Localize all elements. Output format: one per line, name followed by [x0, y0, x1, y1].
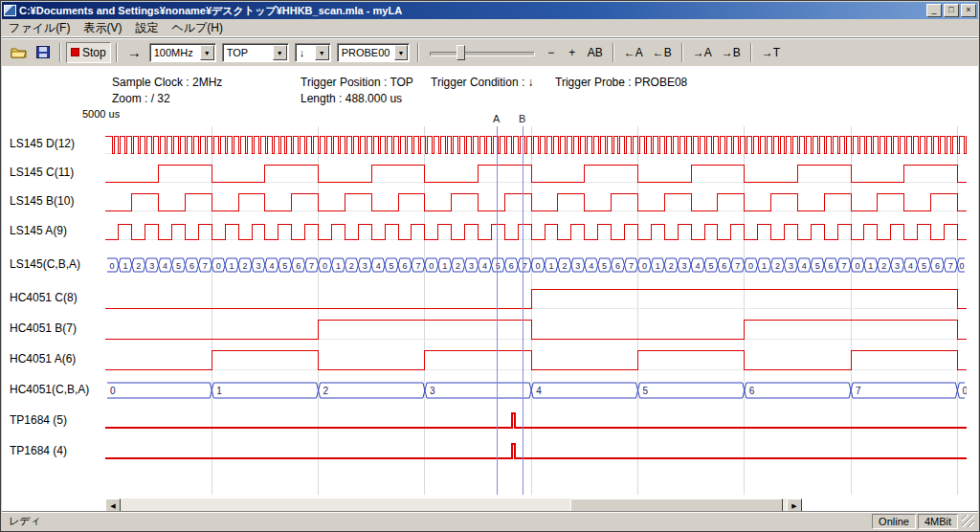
minimize-button[interactable]: _ [926, 4, 942, 17]
window-title: C:¥Documents and Settings¥noname¥デスクトップ¥… [19, 4, 926, 18]
channel-label: LS145 D(12) [10, 137, 75, 150]
bus-value: 3 [682, 261, 687, 271]
zoom-slider[interactable] [430, 43, 535, 62]
save-button[interactable] [32, 42, 55, 63]
channel-label: LS145 C(11) [10, 166, 74, 179]
zoom-text: Zoom : / 32 [112, 92, 170, 105]
trigger-position-select[interactable]: TOP ▼ [222, 43, 289, 62]
bus-value: 5 [282, 261, 287, 271]
trigger-condition-text: Trigger Condition : ↓ [431, 76, 534, 89]
bus-value: 7 [841, 261, 846, 271]
bus-value: 0 [962, 386, 967, 396]
bus-value: 6 [829, 261, 834, 271]
toolbar: Stop → 100MHz ▼ TOP ▼ ↓ ▼ PROBE00 ▼ − + … [2, 37, 978, 66]
chevron-down-icon[interactable]: ▼ [315, 45, 329, 60]
bus-value: 2 [456, 261, 460, 271]
bus-value: 5 [922, 261, 926, 271]
bus-value: 1 [656, 261, 660, 271]
zoom-out-button[interactable]: − [541, 42, 562, 63]
bus-value: 1 [216, 386, 222, 396]
bus-value: 6 [722, 261, 726, 271]
scroll-left-button[interactable]: ◀ [105, 499, 121, 511]
trigger-edge-select[interactable]: ↓ ▼ [295, 43, 331, 62]
toolbar-separator [750, 43, 752, 62]
bus-value: 2 [562, 261, 567, 271]
bus-value: 7 [629, 261, 634, 271]
open-button[interactable] [6, 42, 32, 63]
trigger-position-text: Trigger Position : TOP [301, 76, 413, 89]
bus-value: 4 [536, 386, 542, 396]
clock-select-value: 100MHz [150, 47, 199, 58]
bus-value: 0 [323, 261, 327, 271]
scroll-right-button[interactable]: ▶ [787, 499, 802, 511]
bus-value: 5 [643, 386, 649, 396]
bus-value: 5 [176, 261, 181, 271]
bus-value: 0 [748, 261, 753, 271]
sample-clock-text: Sample Clock : 2MHz [112, 76, 222, 89]
channel-label: HC4051(C,B,A) [10, 383, 89, 396]
waveform-workspace: Sample Clock : 2MHz Trigger Position : T… [2, 66, 978, 511]
bus-value: 5 [390, 261, 394, 271]
resize-grip[interactable] [962, 515, 974, 527]
bus-value: 6 [189, 261, 194, 271]
title-bar[interactable]: C:¥Documents and Settings¥noname¥デスクトップ¥… [2, 2, 978, 19]
bus-value: 0 [642, 261, 647, 271]
marker-label-A[interactable]: A [493, 113, 500, 124]
bus-value: 2 [881, 261, 886, 271]
bus-value: 3 [789, 261, 793, 271]
bus-value: 4 [376, 261, 381, 271]
ab-button[interactable]: AB [583, 42, 608, 63]
bus-value: 7 [735, 261, 740, 271]
trigger-probe-select[interactable]: PROBE00 ▼ [337, 43, 410, 62]
waveform-LS145 B(10) [105, 193, 967, 211]
chevron-down-icon[interactable]: ▼ [273, 45, 287, 60]
bus-value: 4 [589, 261, 593, 271]
menu-help[interactable]: ヘルプ(H) [165, 18, 230, 38]
zoom-slider-handle[interactable] [457, 45, 465, 60]
waveform-HC4051 B(7) [105, 320, 967, 339]
goto-b-right-button[interactable]: →B [717, 42, 746, 63]
bus-value: 3 [575, 261, 580, 271]
trigger-probe-text: Trigger Probe : PROBE08 [555, 76, 687, 89]
bus-value: 2 [136, 261, 141, 271]
goto-b-left-button[interactable]: ←B [648, 42, 677, 63]
menu-bar: ファイル(F) 表示(V) 設定 ヘルプ(H) [2, 19, 978, 37]
bus-value: 2 [669, 261, 674, 271]
bus-value: 7 [203, 261, 208, 271]
clock-select[interactable]: 100MHz ▼ [149, 43, 216, 62]
bus-value: 0 [110, 386, 116, 396]
run-button[interactable]: → [122, 42, 146, 63]
scrollbar-thumb[interactable] [570, 499, 783, 511]
bus-value: 1 [868, 261, 873, 271]
trigger-position-value: TOP [223, 47, 272, 58]
waveform-plot[interactable]: 0123456701234567012345670123456701234567… [105, 126, 967, 495]
app-icon [4, 5, 16, 16]
toolbar-separator [116, 43, 118, 62]
goto-a-right-button[interactable]: →A [688, 42, 717, 63]
toolbar-separator [681, 43, 683, 62]
menu-view[interactable]: 表示(V) [77, 18, 128, 38]
scrollbar-track[interactable] [121, 499, 787, 511]
stop-label: Stop [82, 46, 106, 59]
horizontal-scrollbar[interactable]: ◀ ▶ [105, 499, 802, 511]
maximize-button[interactable]: □ [944, 4, 959, 17]
toolbar-separator [417, 43, 419, 62]
stop-button[interactable]: Stop [66, 42, 111, 63]
close-button[interactable]: × [961, 4, 976, 17]
bus-value: 1 [122, 261, 127, 271]
bus-value: 4 [269, 261, 274, 271]
waveform-LS145 A(9) [105, 224, 967, 239]
chevron-down-icon[interactable]: ▼ [394, 45, 407, 60]
waveform-LS145 D(12) [105, 136, 967, 153]
run-arrow-icon: → [127, 44, 142, 60]
menu-file[interactable]: ファイル(F) [2, 18, 77, 38]
bus-value: 2 [323, 386, 329, 396]
goto-trigger-button[interactable]: →T [757, 42, 785, 63]
zoom-in-button[interactable]: + [562, 42, 583, 63]
goto-a-left-button[interactable]: ←A [619, 42, 648, 63]
marker-label-B[interactable]: B [519, 113, 525, 124]
bus-value: 3 [149, 261, 154, 271]
menu-settings[interactable]: 設定 [128, 18, 165, 38]
bus-value: 5 [708, 261, 713, 271]
chevron-down-icon[interactable]: ▼ [200, 45, 214, 60]
